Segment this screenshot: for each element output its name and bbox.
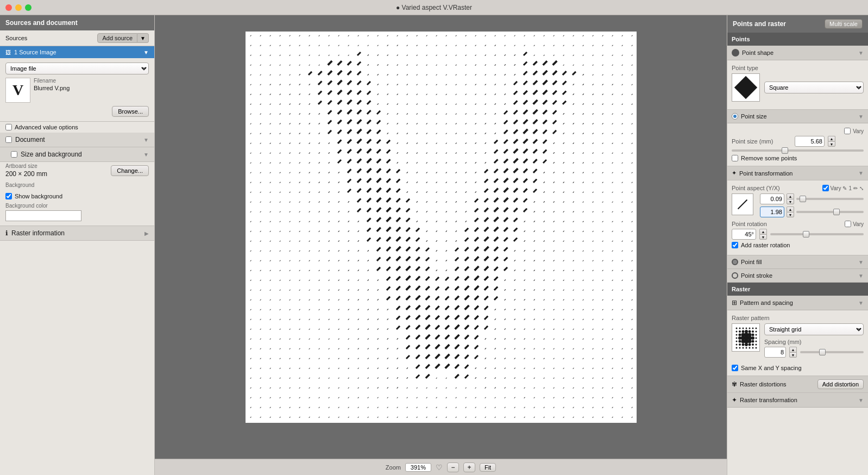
spacing-down[interactable]: ▼ <box>789 352 797 358</box>
left-panel-header: Sources and document <box>0 15 154 30</box>
add-distortion-button[interactable]: Add distortion <box>817 379 864 389</box>
point-stroke-header[interactable]: Point stroke ▼ <box>727 269 868 283</box>
point-shape-header[interactable]: Point shape ▼ <box>727 46 868 60</box>
size-bg-checkbox[interactable] <box>11 151 17 158</box>
multiscale-button[interactable]: Multi scale <box>825 19 863 29</box>
raster-pattern-select[interactable]: Straight grid <box>764 323 864 335</box>
add-source-group[interactable]: Add source ▼ <box>97 33 149 43</box>
aspect-vary-num: 1 <box>848 185 852 191</box>
spacing-thumb[interactable] <box>819 349 826 355</box>
rotation-thumb[interactable] <box>803 231 809 238</box>
points-section-header[interactable]: Points <box>727 33 868 46</box>
close-button[interactable] <box>5 4 12 11</box>
aspect-input-2[interactable] <box>760 207 784 217</box>
window-controls[interactable] <box>5 4 32 11</box>
aspect-spinner-2[interactable]: ▲ ▼ <box>787 207 794 217</box>
sources-toolbar: Sources Add source ▼ <box>0 30 154 46</box>
point-type-select[interactable]: Square <box>764 82 864 93</box>
aspect-vary-checkbox[interactable] <box>822 185 829 191</box>
raster-info-icon: ℹ <box>5 229 8 237</box>
point-size-slider[interactable] <box>732 149 864 152</box>
rotation-spinner[interactable]: ▲ ▼ <box>759 229 767 240</box>
same-xy-checkbox[interactable] <box>732 365 738 371</box>
add-raster-rot-checkbox[interactable] <box>732 242 738 248</box>
add-source-dropdown[interactable]: ▼ <box>137 33 149 43</box>
point-size-thumb[interactable] <box>782 147 788 154</box>
browse-button[interactable]: Browse... <box>112 106 149 117</box>
pattern-spacing-label: Pattern and spacing <box>740 299 793 306</box>
show-bg-checkbox[interactable] <box>5 193 12 199</box>
sources-label: Sources <box>5 35 27 41</box>
aspect-down-1[interactable]: ▼ <box>787 199 794 204</box>
size-bg-header[interactable]: Size and background ▼ <box>0 147 154 162</box>
heart-button[interactable]: ♡ <box>436 463 443 472</box>
source-item[interactable]: 🖼 1 Source Image ▼ <box>0 46 154 58</box>
point-fill-chevron: ▼ <box>858 259 864 265</box>
raster-section-header[interactable]: Raster <box>727 283 868 296</box>
aspect-slider-2[interactable] <box>796 211 864 213</box>
rotation-slider[interactable] <box>770 233 864 235</box>
point-size-input[interactable] <box>795 136 825 147</box>
spacing-spinner[interactable]: ▲ ▼ <box>789 347 797 358</box>
svg-point-15 <box>739 334 741 336</box>
source-body: Image file V Filename Blurred V.png Brow… <box>0 58 154 122</box>
point-size-up[interactable]: ▲ <box>828 136 835 141</box>
aspect-down-2[interactable]: ▼ <box>787 212 794 217</box>
vary-size-checkbox[interactable] <box>844 128 851 134</box>
aspect-thumb-1[interactable] <box>800 196 806 202</box>
point-stroke-label: Point stroke <box>741 272 772 279</box>
raster-info-header[interactable]: ℹ Raster information ▶ <box>0 226 154 241</box>
aspect-slider-1[interactable] <box>796 198 864 200</box>
point-type-field-label: Point type <box>732 65 864 71</box>
change-button[interactable]: Change... <box>111 165 149 176</box>
aspect-input-1[interactable] <box>760 193 784 204</box>
rotation-down[interactable]: ▼ <box>759 234 767 240</box>
aspect-up-2[interactable]: ▲ <box>787 207 794 212</box>
point-size-down[interactable]: ▼ <box>828 141 835 147</box>
bg-color-swatch[interactable] <box>5 210 81 221</box>
rotation-input[interactable] <box>732 229 756 240</box>
fit-button[interactable]: Fit <box>480 463 496 472</box>
canvas-wrapper[interactable] <box>155 15 727 459</box>
spacing-label-row: Spacing (mm) <box>764 339 864 345</box>
rotation-up[interactable]: ▲ <box>759 229 767 234</box>
svg-point-44 <box>743 347 744 349</box>
point-fill-header[interactable]: Point fill ▼ <box>727 255 868 269</box>
rotation-vary-checkbox[interactable] <box>845 221 851 227</box>
raster-distortions-header[interactable]: ✾ Raster distortions Add distortion <box>727 376 868 393</box>
document-checkbox[interactable] <box>5 136 12 143</box>
spacing-slider[interactable] <box>800 351 864 353</box>
raster-distortions-label: Raster distortions <box>740 381 787 388</box>
point-size-header[interactable]: Point size ▼ <box>727 110 868 123</box>
spacing-up[interactable]: ▲ <box>789 347 797 352</box>
image-type-select[interactable]: Image file <box>5 62 149 74</box>
add-raster-rot-row: Add raster rotation <box>732 242 864 248</box>
document-header[interactable]: Document ▼ <box>0 133 154 147</box>
aspect-top-row: ▲ ▼ <box>760 193 864 204</box>
spacing-input[interactable] <box>764 347 786 358</box>
zoom-plus-button[interactable]: + <box>463 462 475 472</box>
minimize-button[interactable] <box>15 4 22 11</box>
aspect-spinner-1[interactable]: ▲ ▼ <box>787 193 794 204</box>
add-source-button[interactable]: Add source <box>97 33 137 43</box>
point-size-spinner[interactable]: ▲ ▼ <box>828 136 835 147</box>
advanced-checkbox[interactable] <box>5 124 12 130</box>
zoom-input[interactable] <box>405 463 431 472</box>
svg-point-38 <box>745 343 748 346</box>
svg-point-14 <box>736 334 738 336</box>
point-transformation-header[interactable]: ✦ Point transformation ▼ <box>727 166 868 180</box>
point-transformation-body: Point aspect (Y/X) Vary ✎ 1 ✏ ⤡ <box>727 180 868 255</box>
svg-point-45 <box>746 347 747 349</box>
aspect-thumb-2[interactable] <box>833 209 840 215</box>
remove-points-row: Remove some points <box>732 155 864 161</box>
raster-transformation-header[interactable]: ✦ Raster transformation ▼ <box>727 393 868 408</box>
pattern-spacing-header[interactable]: ⊞ Pattern and spacing ▼ <box>727 296 868 310</box>
point-transform-icon: ✦ <box>732 170 737 177</box>
aspect-up-1[interactable]: ▲ <box>787 193 794 199</box>
svg-point-42 <box>736 347 738 349</box>
maximize-button[interactable] <box>25 4 32 11</box>
remove-points-checkbox[interactable] <box>732 155 738 161</box>
add-raster-rot-label: Add raster rotation <box>741 242 790 248</box>
zoom-minus-button[interactable]: − <box>447 462 459 472</box>
raster-transformation-label: Raster transformation <box>740 397 797 403</box>
